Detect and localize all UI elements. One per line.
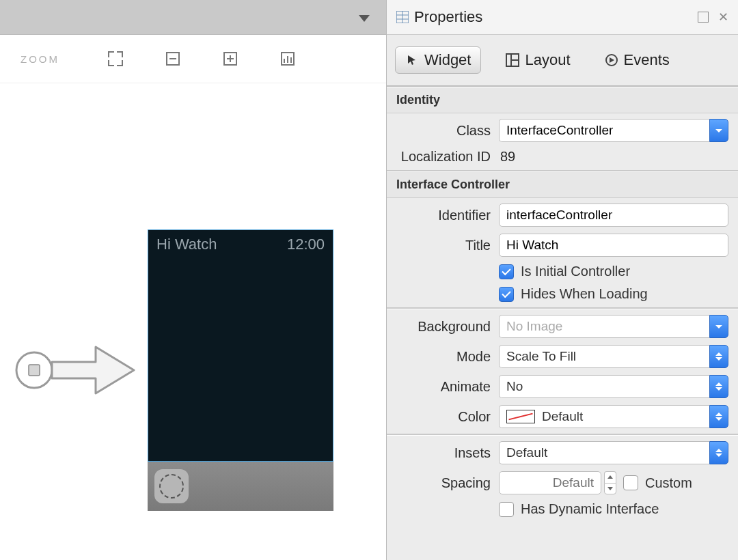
zoom-toolbar: ZOOM — [0, 35, 386, 83]
checkbox-icon — [499, 502, 514, 517]
updown-icon[interactable] — [709, 405, 728, 428]
section-identity: Class Localization ID 89 — [387, 113, 738, 171]
custom-label: Custom — [645, 475, 692, 491]
color-value: Default — [542, 409, 583, 424]
is-initial-label: Is Initial Controller — [521, 264, 630, 279]
animate-label: Animate — [387, 379, 491, 395]
panel-tabs: Widget Layout Events — [387, 35, 738, 87]
tab-layout[interactable]: Layout — [496, 47, 579, 73]
zoom-fit-button[interactable] — [107, 51, 124, 67]
spacing-label: Spacing — [387, 475, 491, 491]
insets-label: Insets — [387, 445, 491, 461]
animate-select[interactable]: No — [499, 375, 728, 398]
is-initial-checkbox[interactable]: Is Initial Controller — [499, 264, 630, 279]
mode-select[interactable]: Scale To Fill — [499, 345, 728, 368]
design-canvas[interactable]: Hi Watch 12:00 — [0, 83, 386, 560]
tab-events[interactable]: Events — [595, 47, 679, 73]
events-icon — [605, 53, 618, 67]
hides-when-loading-label: Hides When Loading — [521, 286, 648, 302]
placeholder-icon[interactable] — [154, 469, 189, 503]
dynamic-interface-checkbox[interactable]: Has Dynamic Interface — [499, 501, 659, 517]
watch-face[interactable]: Hi Watch 12:00 — [148, 229, 333, 462]
cursor-icon — [405, 53, 419, 67]
chevron-down-icon[interactable] — [709, 315, 728, 338]
class-label: Class — [387, 123, 491, 139]
insets-value: Default — [499, 441, 709, 464]
tab-widget-label: Widget — [424, 51, 471, 69]
zoom-label: ZOOM — [20, 53, 59, 65]
watch-interface-preview[interactable]: Hi Watch 12:00 — [148, 229, 333, 511]
layout-icon — [506, 53, 519, 67]
checkbox-icon — [623, 475, 638, 490]
close-icon[interactable]: ✕ — [718, 10, 728, 25]
updown-icon[interactable] — [709, 345, 728, 368]
title-label: Title — [387, 238, 491, 253]
watch-time: 12:00 — [287, 236, 325, 253]
color-select[interactable]: Default — [499, 405, 728, 428]
tab-layout-label: Layout — [525, 51, 570, 69]
updown-icon[interactable] — [709, 441, 728, 464]
mode-label: Mode — [387, 349, 491, 365]
section-layout: Insets Default Spacing — [387, 435, 738, 522]
updown-icon[interactable] — [709, 375, 728, 398]
class-input[interactable] — [499, 119, 709, 142]
step-up-icon[interactable] — [604, 471, 616, 483]
watch-tray — [148, 462, 333, 511]
zoom-out-button[interactable] — [165, 51, 181, 67]
minimize-icon[interactable] — [698, 12, 709, 23]
zoom-in-button[interactable] — [222, 51, 238, 67]
title-input[interactable] — [499, 234, 728, 257]
background-value: No Image — [499, 315, 709, 338]
checkbox-icon — [499, 287, 514, 302]
animate-value: No — [499, 375, 709, 398]
custom-checkbox[interactable]: Custom — [623, 475, 692, 491]
dynamic-interface-label: Has Dynamic Interface — [521, 501, 659, 517]
background-label: Background — [387, 319, 491, 335]
spacing-stepper[interactable] — [604, 471, 616, 494]
entry-point-arrow[interactable] — [14, 343, 144, 397]
color-swatch-icon — [506, 410, 535, 423]
properties-icon — [396, 11, 409, 23]
identifier-input[interactable] — [499, 204, 728, 227]
tab-events-label: Events — [624, 51, 670, 69]
checkbox-icon — [499, 264, 514, 279]
class-dropdown-icon[interactable] — [709, 119, 728, 142]
tab-widget[interactable]: Widget — [395, 46, 481, 74]
svg-rect-1 — [29, 365, 40, 376]
insets-select[interactable]: Default — [499, 441, 728, 464]
canvas-top-bar — [0, 0, 386, 35]
step-down-icon[interactable] — [604, 483, 616, 495]
properties-header: Properties ✕ — [387, 0, 738, 35]
section-interface-controller: Identifier Title Is Initial Controller H… — [387, 198, 738, 309]
color-label: Color — [387, 409, 491, 425]
zoom-actual-button[interactable] — [279, 51, 296, 67]
panel-title: Properties — [414, 8, 482, 26]
spacing-input[interactable] — [499, 471, 601, 494]
section-identity-heading: Identity — [387, 87, 738, 113]
section-ic-heading: Interface Controller — [387, 171, 738, 198]
canvas-menu-dropdown-icon[interactable] — [359, 15, 370, 22]
watch-title: Hi Watch — [156, 236, 217, 253]
section-background: Background No Image Mode Scale To Fill A… — [387, 309, 738, 435]
localization-id-label: Localization ID — [369, 149, 491, 165]
spacing-field[interactable] — [499, 471, 616, 494]
hides-when-loading-checkbox[interactable]: Hides When Loading — [499, 286, 648, 302]
mode-value: Scale To Fill — [499, 345, 709, 368]
background-select[interactable]: No Image — [499, 315, 728, 338]
class-combo[interactable] — [499, 119, 728, 142]
localization-id-value: 89 — [499, 149, 515, 165]
identifier-label: Identifier — [387, 208, 491, 223]
